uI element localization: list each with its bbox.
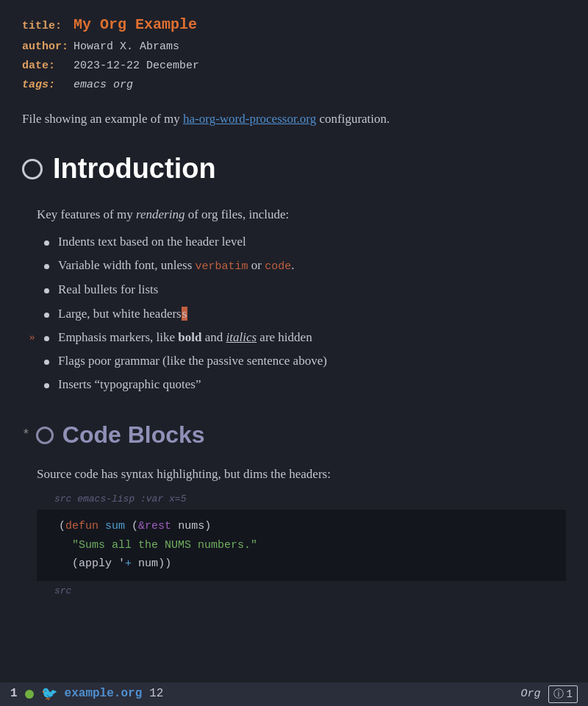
code-inline-text: code xyxy=(265,260,291,273)
kw-nums: nums xyxy=(178,520,204,532)
info-circle-icon: ⓘ xyxy=(553,686,564,702)
bullet-icon xyxy=(44,336,49,341)
kw-apply: apply xyxy=(79,557,112,570)
list-item: Large, but white headerss xyxy=(44,304,566,324)
status-info-badge: ⓘ 1 xyxy=(548,685,578,703)
intro-text-after: configuration. xyxy=(316,112,390,126)
paren: )) xyxy=(158,557,171,570)
list-item: Variable width font, unless verbatim or … xyxy=(44,255,566,276)
heading-1-bullet-icon xyxy=(22,159,43,179)
list-item-text: Indents text based on the header level xyxy=(58,232,246,252)
list-item-text: Variable width font, unless verbatim or … xyxy=(58,255,294,276)
intro-text-before: File showing an example of my xyxy=(22,112,183,126)
section1-body-before: Key features of my xyxy=(37,207,136,221)
meta-date-line: date: 2023-12-22 December xyxy=(22,57,566,75)
verbatim-text: verbatim xyxy=(196,260,248,273)
meta-tags-value: emacs org xyxy=(74,76,133,94)
heading-1-text: Introduction xyxy=(53,146,216,191)
meta-title-value: My Org Example xyxy=(74,13,197,37)
status-info-count: 1 xyxy=(567,686,573,702)
section1-body: Key features of my rendering of org file… xyxy=(37,204,566,224)
list-item-text: Large, but white headerss xyxy=(58,304,187,324)
code-line-3: (apply '+ num)) xyxy=(59,555,551,574)
arrow-marker-icon: » xyxy=(29,328,35,346)
status-filename[interactable]: example.org xyxy=(65,685,143,704)
section1-body-italic: rendering xyxy=(136,207,184,221)
bold-text: bold xyxy=(178,330,201,344)
meta-tags-key: tags: xyxy=(22,76,74,94)
meta-title-key: title: xyxy=(22,18,74,35)
section1-bullet-list: Indents text based on the header level V… xyxy=(37,232,566,394)
bullet-icon xyxy=(44,360,49,365)
kw-defun: defun xyxy=(65,520,98,532)
list-item: Real bullets for lists xyxy=(44,279,566,299)
code-block-header: src emacs-lisp :var x=5 xyxy=(37,492,566,507)
italic-text: italics xyxy=(226,330,257,344)
kw-plus: ' xyxy=(118,557,125,570)
list-item-text: Emphasis markers, like bold and italics … xyxy=(58,327,312,347)
kw-sum: sum xyxy=(105,520,125,532)
paren: ( xyxy=(72,557,79,570)
code-line-1: (defun sum (&rest nums) xyxy=(59,517,551,536)
code-block: (defun sum (&rest nums) "Sums all the NU… xyxy=(37,510,566,581)
status-mode: Org xyxy=(521,685,541,703)
section1-body-after: of org files, include: xyxy=(184,207,289,221)
kw-rest: &rest xyxy=(138,520,171,532)
bullet-icon xyxy=(44,264,49,269)
status-column-number: 12 xyxy=(149,685,163,704)
kw-str: "Sums all the NUMS numbers." xyxy=(72,539,257,552)
meta-title-line: title: My Org Example xyxy=(22,13,566,37)
status-line-number: 1 xyxy=(10,685,18,704)
section1-content: Key features of my rendering of org file… xyxy=(22,204,566,394)
meta-author-value: Howard X. Abrams xyxy=(74,38,179,56)
heading-introduction: Introduction xyxy=(22,146,566,191)
bullet-icon xyxy=(44,313,49,318)
paren: ( xyxy=(132,520,138,532)
list-item: » Emphasis markers, like bold and italic… xyxy=(44,327,566,347)
metadata-block: title: My Org Example author: Howard X. … xyxy=(22,13,566,94)
list-item-text: Real bullets for lists xyxy=(58,279,158,299)
intro-link[interactable]: ha-org-word-processor.org xyxy=(183,112,316,126)
cursor: s xyxy=(182,307,188,321)
list-item: Indents text based on the header level xyxy=(44,232,566,252)
paren: ) xyxy=(204,520,211,532)
list-item-text: Flags poor grammar (like the passive sen… xyxy=(58,351,327,371)
kw-num: num xyxy=(138,557,158,570)
bullet-icon xyxy=(44,240,49,246)
heading-2-bullet-icon xyxy=(36,427,54,444)
list-item: Inserts “typographic quotes” xyxy=(44,374,566,394)
heading-2-text: Code Blocks xyxy=(62,416,205,454)
meta-date-key: date: xyxy=(22,57,74,75)
code-block-container: src emacs-lisp :var x=5 (defun sum (&res… xyxy=(37,492,566,599)
meta-author-key: author: xyxy=(22,38,74,56)
meta-tags-line: tags: emacs org xyxy=(22,76,566,94)
status-dot-icon xyxy=(25,690,34,699)
heading-code-blocks: * Code Blocks xyxy=(22,416,566,454)
bullet-icon xyxy=(44,288,49,293)
section2-body: Source code has syntax highlighting, but… xyxy=(37,464,566,484)
list-item-text: Inserts “typographic quotes” xyxy=(58,374,201,394)
meta-date-value: 2023-12-22 December xyxy=(74,57,199,75)
code-line-2: "Sums all the NUMS numbers." xyxy=(59,536,551,555)
emacs-logo-icon: 🐦 xyxy=(41,684,57,705)
meta-author-line: author: Howard X. Abrams xyxy=(22,38,566,56)
code-block-footer: src xyxy=(37,584,566,599)
intro-paragraph: File showing an example of my ha-org-wor… xyxy=(22,109,566,129)
paren: ( xyxy=(59,520,65,532)
heading-2-prefix: * xyxy=(22,424,30,446)
list-item: Flags poor grammar (like the passive sen… xyxy=(44,351,566,371)
section2-content: Source code has syntax highlighting, but… xyxy=(22,464,566,599)
status-bar: 1 🐦 example.org 12 Org ⓘ 1 xyxy=(0,682,588,706)
content-area: title: My Org Example author: Howard X. … xyxy=(0,0,588,643)
bullet-icon xyxy=(44,383,49,388)
